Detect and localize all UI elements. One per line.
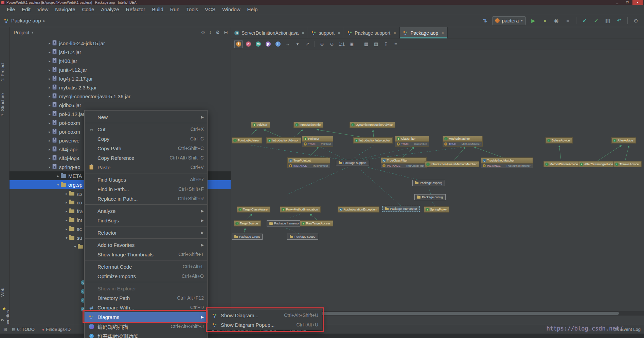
event-log-button[interactable]: Event Log	[621, 327, 641, 332]
zoom-in[interactable]: ⊕	[318, 40, 326, 48]
run-configuration-selector[interactable]: pactera▾	[492, 16, 526, 25]
update-project-button[interactable]: ✔	[580, 17, 589, 25]
diagram-node-targetclassaware[interactable]: ITargetClassAware	[237, 206, 270, 213]
show-methods-toggle[interactable]: m	[254, 40, 262, 48]
diagram-node-introductioninterceptor[interactable]: IIntroductionInterceptor	[353, 137, 393, 143]
menu-item-refactor[interactable]: Refactor▶	[85, 228, 207, 237]
expand-arrow-icon[interactable]: ▸	[47, 50, 52, 54]
tab-package-aop[interactable]: Package aop×	[400, 27, 448, 38]
menu-build[interactable]: Build	[148, 5, 166, 13]
collapse-arrow-icon[interactable]: ▾	[47, 165, 52, 169]
menu-item-directory-path[interactable]: Directory PathCtrl+Alt+F12	[85, 293, 207, 303]
menu-edit[interactable]: Edit	[18, 5, 34, 13]
menu-item-replace-in-path[interactable]: Replace in Path...Ctrl+Shift+R	[85, 194, 207, 203]
menu-item-show-diagram[interactable]: Show Diagram...Ctrl+Alt+Shift+U	[208, 310, 322, 320]
diagram-node-beforeadvice[interactable]: IBeforeAdvice	[545, 137, 573, 143]
diagram-package-node-package-framework[interactable]: Package framework	[267, 220, 304, 226]
print-diagram[interactable]: ≡	[392, 40, 400, 48]
diagram-node-targetsource[interactable]: ITargetSource	[234, 220, 261, 226]
coverage-button[interactable]: ◉	[552, 17, 560, 25]
export-to-image[interactable]: ↧	[382, 40, 390, 48]
menu-item-optimize-imports[interactable]: Optimize ImportsCtrl+Alt+O	[85, 271, 207, 281]
locate-icon[interactable]: ⊙	[201, 30, 205, 35]
close-tab-icon[interactable]: ×	[441, 30, 444, 36]
tab-package-support[interactable]: Package support×	[344, 27, 400, 38]
expand-arrow-icon[interactable]: ▸	[64, 218, 69, 222]
toolwindow-button-structure[interactable]: 7: Structure	[0, 92, 10, 117]
diagram-node-truemethodmatcher[interactable]: CTrueMethodMatcherfINSTANCETrueMethodMat…	[481, 157, 533, 168]
menu-view[interactable]: View	[34, 5, 52, 13]
diagram-package-node-package-target[interactable]: Package target	[232, 234, 263, 240]
show-inner-classes-toggle[interactable]: i	[274, 40, 282, 48]
menu-code[interactable]: Code	[78, 5, 97, 13]
diagram-package-node-package-scope[interactable]: Package scope	[287, 234, 318, 240]
diagram-node-pointcutadvisor[interactable]: IPointcutAdvisor	[232, 137, 262, 143]
diagram-node-methodmatcher[interactable]: IMethodMatcherfTRUEMethodMatcher	[443, 136, 483, 147]
breadcrumb[interactable]: Package aop ▸	[4, 18, 46, 23]
rollback-button[interactable]: ↶	[615, 17, 623, 25]
project-panel-title[interactable]: Project	[14, 30, 30, 35]
collapse-arrow-icon[interactable]: ▾	[72, 245, 78, 249]
menu-item-show-diagram-popup[interactable]: Show Diagram Popup...Ctrl+Alt+U	[208, 320, 322, 329]
menu-analyze[interactable]: Analyze	[97, 5, 122, 13]
collapse-arrow-icon[interactable]: ▾	[64, 236, 69, 240]
menu-item-find-usages[interactable]: Find UsagesAlt+F7	[85, 175, 207, 184]
menu-item-new[interactable]: New▶	[85, 112, 207, 122]
menu-item-item[interactable]: 编码规约扫描Ctrl+Alt+Shift+J	[85, 322, 207, 331]
expand-arrow-icon[interactable]: ▸	[47, 59, 52, 63]
diagram-node-advisor[interactable]: IAdvisor	[251, 122, 270, 128]
tree-item-junit-4-12-jar[interactable]: ▸junit-4.12.jar	[10, 65, 231, 74]
diagram-node-introductionawaremethodmatcher[interactable]: IIntroductionAwareMethodMatcher	[425, 161, 479, 167]
show-properties-toggle[interactable]: p	[264, 40, 272, 48]
menu-item-add-to-favorites[interactable]: Add to Favorites▶	[85, 240, 207, 250]
diagram-node-trueclassfilter[interactable]: CTrueClassFilterfINSTANCETrueClassFilter	[381, 157, 427, 168]
expand-arrow-icon[interactable]: ▸	[47, 156, 52, 160]
expand-arrow-icon[interactable]: ▸	[64, 209, 69, 213]
apply-layout[interactable]: ▦	[362, 40, 370, 48]
menu-item-compare-with[interactable]: Compare With...Ctrl+D	[85, 303, 207, 312]
expand-arrow-icon[interactable]: ▸	[47, 130, 52, 134]
diagram-node-afteradvice[interactable]: IAfterAdvice	[611, 137, 636, 143]
menu-item-diagrams[interactable]: Diagrams▶	[85, 312, 207, 322]
expand-arrow-icon[interactable]: ▸	[47, 112, 52, 116]
menu-window[interactable]: Window	[219, 5, 244, 13]
menu-refactor[interactable]: Refactor	[123, 5, 149, 13]
actual-size[interactable]: 1:1	[338, 40, 346, 48]
expand-arrow-icon[interactable]: ▸	[47, 86, 52, 89]
diagram-package-node-package-config[interactable]: Package config	[414, 194, 446, 200]
tree-item-jstl-1-2-jar[interactable]: ▸jstl-1.2.jar	[10, 48, 231, 56]
menu-item-findbugs[interactable]: FindBugs▶	[85, 216, 207, 225]
save-diagram[interactable]: ▤	[372, 40, 380, 48]
menu-file[interactable]: File	[3, 5, 18, 13]
edge-creation-mode[interactable]: ↗	[303, 40, 311, 48]
diagram-node-afterreturningadvice[interactable]: IAfterReturningAdvice	[578, 161, 616, 167]
diagram-node-truepointcut[interactable]: CTruePointcutfINSTANCETruePointcut	[287, 157, 330, 168]
menu-help[interactable]: Help	[244, 5, 261, 13]
menu-tools[interactable]: Tools	[183, 5, 201, 13]
toolwindow-button-web[interactable]: Web	[0, 286, 10, 298]
expand-arrow-icon[interactable]: ▸	[47, 68, 52, 72]
expand-arrow-icon[interactable]: ▸	[64, 201, 69, 204]
close-tab-icon[interactable]: ×	[302, 30, 304, 36]
stop-button[interactable]: ■	[564, 17, 572, 25]
diagram-node-rawtargetaccess[interactable]: IRawTargetAccess	[300, 220, 333, 226]
changed-files-icon[interactable]: ⇅	[481, 17, 489, 25]
commit-button[interactable]: ✔	[592, 17, 600, 25]
diagram-package-node-package-interceptor[interactable]: Package interceptor	[382, 206, 420, 212]
menu-run[interactable]: Run	[167, 5, 183, 13]
tab-serverdefinitionaction-java[interactable]: CServerDefinitionAction.java×	[231, 27, 308, 38]
hide-panel-icon[interactable]: ⊟	[224, 30, 228, 35]
expand-arrow-icon[interactable]: ▸	[47, 103, 52, 107]
tab-support[interactable]: support×	[308, 27, 344, 38]
zoom-out[interactable]: ⊖	[328, 40, 336, 48]
diagram-node-classfilter[interactable]: IClassFilterfTRUEClassFilter	[395, 136, 429, 147]
expand-arrow-icon[interactable]: ▸	[47, 148, 52, 151]
diagram-node-pointcut[interactable]: IPointcutfTRUEPointcut	[302, 136, 333, 147]
menu-item-analyze[interactable]: Analyze▶	[85, 206, 207, 216]
diagram-node-introductionadvisor[interactable]: IIntroductionAdvisor	[266, 137, 301, 143]
tree-item-mybatis-2-3-5-jar[interactable]: ▸mybatis-2.3.5.jar	[10, 83, 231, 92]
run-button[interactable]: ▶	[529, 17, 537, 25]
expand-arrow-icon[interactable]: ▸	[64, 227, 69, 231]
tree-item-mysql-connector-java-5-1-36-jar[interactable]: ▸mysql-connector-java-5.1.36.jar	[10, 92, 231, 101]
collapse-arrow-icon[interactable]: ▾	[55, 183, 61, 187]
